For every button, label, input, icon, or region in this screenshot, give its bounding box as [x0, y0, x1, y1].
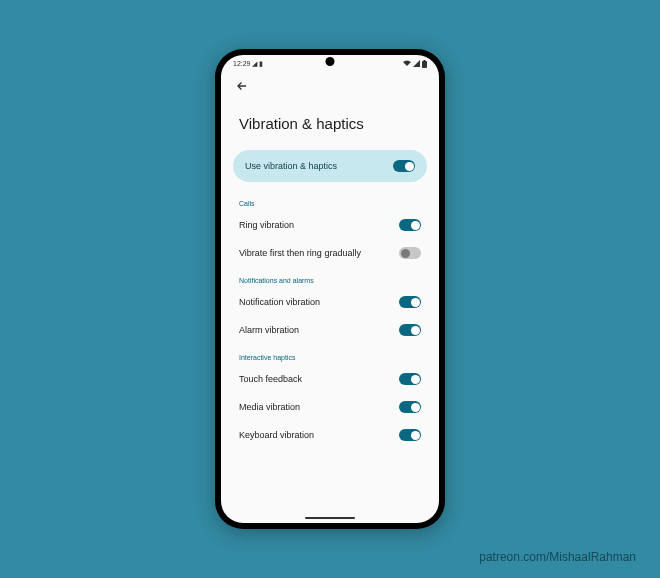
gesture-bar[interactable]: [305, 517, 355, 519]
status-time: 12:29: [233, 60, 251, 67]
alarm-vibration-toggle[interactable]: [399, 324, 421, 336]
notification-vibration-row[interactable]: Notification vibration: [221, 288, 439, 316]
camera-hole: [326, 57, 335, 66]
keyboard-vibration-row[interactable]: Keyboard vibration: [221, 421, 439, 449]
title-area: Vibration & haptics: [221, 97, 439, 146]
svg-rect-1: [424, 60, 426, 62]
master-toggle-label: Use vibration & haptics: [245, 161, 337, 171]
vibrate-first-row[interactable]: Vibrate first then ring gradually: [221, 239, 439, 267]
section-header-interactive: Interactive haptics: [221, 344, 439, 365]
vibrate-first-label: Vibrate first then ring gradually: [239, 248, 361, 258]
vibrate-first-toggle[interactable]: [399, 247, 421, 259]
touch-feedback-label: Touch feedback: [239, 374, 302, 384]
ring-vibration-row[interactable]: Ring vibration: [221, 211, 439, 239]
ring-vibration-toggle[interactable]: [399, 219, 421, 231]
status-left-icons: ◢ ▮: [252, 60, 263, 67]
master-toggle-row[interactable]: Use vibration & haptics: [233, 150, 427, 182]
battery-icon: [422, 60, 427, 69]
phone-frame: 12:29 ◢ ▮ Vib: [215, 49, 445, 529]
svg-rect-0: [422, 61, 427, 68]
notification-vibration-label: Notification vibration: [239, 297, 320, 307]
media-vibration-label: Media vibration: [239, 402, 300, 412]
alarm-vibration-label: Alarm vibration: [239, 325, 299, 335]
master-toggle-switch[interactable]: [393, 160, 415, 172]
media-vibration-row[interactable]: Media vibration: [221, 393, 439, 421]
wifi-icon: [403, 60, 411, 68]
ring-vibration-label: Ring vibration: [239, 220, 294, 230]
nav-area: [221, 71, 439, 97]
keyboard-vibration-toggle[interactable]: [399, 429, 421, 441]
touch-feedback-row[interactable]: Touch feedback: [221, 365, 439, 393]
section-header-notifications: Notifications and alarms: [221, 267, 439, 288]
status-right: [403, 60, 427, 69]
watermark: patreon.com/MishaalRahman: [479, 550, 636, 564]
touch-feedback-toggle[interactable]: [399, 373, 421, 385]
phone-screen: 12:29 ◢ ▮ Vib: [221, 55, 439, 523]
page-title: Vibration & haptics: [239, 115, 421, 132]
notification-vibration-toggle[interactable]: [399, 296, 421, 308]
keyboard-vibration-label: Keyboard vibration: [239, 430, 314, 440]
alarm-vibration-row[interactable]: Alarm vibration: [221, 316, 439, 344]
signal-icon: [413, 60, 420, 68]
media-vibration-toggle[interactable]: [399, 401, 421, 413]
section-header-calls: Calls: [221, 190, 439, 211]
status-left: 12:29 ◢ ▮: [233, 60, 263, 68]
back-button[interactable]: [235, 79, 249, 93]
